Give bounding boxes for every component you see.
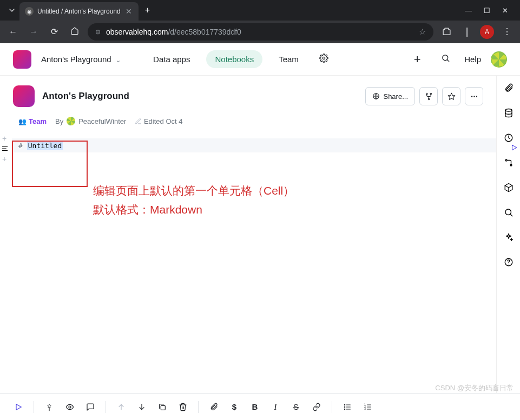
minimize-button[interactable]: — (465, 6, 472, 15)
new-tab-button[interactable]: + (139, 5, 156, 15)
delete-button[interactable] (174, 398, 192, 416)
profile-avatar[interactable]: A (480, 25, 494, 39)
markdown-format-icon[interactable] (1, 145, 9, 155)
bold-button[interactable]: B (246, 398, 264, 416)
share-button[interactable]: Share... (365, 87, 415, 105)
svg-point-36 (344, 406, 345, 407)
author-badge[interactable]: By PeacefulWinter (55, 117, 126, 125)
find-icon[interactable] (504, 208, 514, 219)
duplicate-button[interactable] (154, 398, 171, 416)
svg-point-21 (476, 96, 477, 96)
project-title: Anton's Playground (42, 91, 129, 102)
run-cell-icon[interactable] (510, 144, 518, 154)
extensions-icon[interactable] (439, 27, 454, 36)
nav-team[interactable]: Team (272, 50, 305, 68)
run-button[interactable] (10, 398, 27, 416)
edited-info: Edited Oct 4 (135, 117, 182, 125)
team-badge[interactable]: 👥Team (18, 117, 47, 125)
browser-menu-icon[interactable]: ⋮ (499, 26, 515, 37)
tab-title: Untitled / Anton's Playground (37, 8, 121, 15)
home-button[interactable] (67, 26, 82, 37)
help-icon[interactable] (504, 257, 514, 269)
project-logo (13, 85, 35, 107)
workspace-logo (13, 50, 31, 69)
svg-line-9 (510, 214, 512, 216)
address-bar[interactable]: ⊖ observablehq.com/d/eec58b017739ddf0 ☆ (88, 23, 433, 41)
cell-content[interactable]: # Untitled (12, 142, 69, 150)
search-icon[interactable] (436, 54, 455, 65)
close-tab-icon[interactable]: ✕ (124, 7, 133, 16)
strikethrough-button[interactable]: S (287, 398, 305, 416)
workspace-switcher[interactable]: Anton's Playground ⌄ (41, 55, 121, 64)
bookmark-icon[interactable]: ☆ (419, 27, 426, 37)
more-button[interactable] (465, 87, 483, 105)
move-down-button[interactable] (133, 398, 150, 416)
move-up-button[interactable] (113, 398, 130, 416)
comment-button[interactable] (82, 398, 99, 416)
nav-data-apps[interactable]: Data apps (147, 50, 196, 68)
add-cell-above-icon[interactable]: + (2, 134, 6, 143)
svg-marker-18 (448, 93, 455, 99)
svg-point-0 (323, 57, 325, 59)
history-icon[interactable] (504, 133, 514, 145)
svg-point-37 (344, 409, 345, 409)
user-avatar[interactable] (491, 51, 507, 68)
svg-point-20 (473, 96, 474, 96)
nav-notebooks[interactable]: Notebooks (206, 50, 262, 68)
annotation-text: 编辑页面上默认的第一个单元格（Cell） 默认格式：Markdown (93, 182, 294, 219)
tab-search-dropdown[interactable] (4, 3, 19, 18)
fork-button[interactable] (419, 87, 438, 105)
italic-button[interactable]: I (267, 398, 284, 416)
observable-favicon: ◉ (25, 7, 34, 16)
reload-button[interactable]: ⟳ (47, 26, 62, 37)
svg-text:3: 3 (364, 408, 366, 410)
svg-line-2 (447, 59, 449, 61)
numbered-list-button[interactable]: 123 (359, 398, 377, 416)
close-window-button[interactable]: ✕ (502, 6, 508, 15)
package-icon[interactable] (504, 183, 514, 195)
new-button[interactable]: + (408, 52, 426, 66)
svg-point-19 (471, 96, 472, 96)
pin-button[interactable] (41, 398, 58, 416)
svg-rect-31 (161, 405, 165, 410)
link-button[interactable] (308, 398, 325, 416)
svg-point-3 (505, 109, 512, 112)
forward-button[interactable]: → (26, 27, 41, 37)
browser-tab[interactable]: ◉ Untitled / Anton's Playground ✕ (19, 2, 139, 21)
watermark: CSDN @安冬的码畜日常 (435, 383, 514, 393)
database-icon[interactable] (504, 108, 514, 120)
visibility-button[interactable] (61, 398, 78, 416)
maximize-button[interactable]: ☐ (484, 6, 490, 15)
team-icon: 👥 (18, 118, 27, 125)
svg-point-28 (69, 406, 71, 408)
star-button[interactable] (442, 87, 460, 105)
author-avatar-icon (67, 117, 75, 125)
svg-point-35 (344, 404, 345, 405)
chevron-down-icon: ⌄ (116, 57, 121, 63)
add-cell-below-icon[interactable]: + (2, 155, 6, 163)
site-info-icon[interactable]: ⊖ (95, 28, 101, 36)
bullet-list-button[interactable] (339, 398, 356, 416)
svg-marker-25 (512, 145, 517, 150)
back-button[interactable]: ← (5, 27, 21, 37)
help-link[interactable]: Help (464, 55, 481, 64)
url-text: observablehq.com/d/eec58b017739ddf0 (106, 28, 241, 36)
attach-button[interactable] (205, 398, 222, 416)
variable-button[interactable]: $ (226, 398, 243, 416)
ai-sparkle-icon[interactable] (504, 232, 514, 244)
attachments-icon[interactable] (504, 83, 514, 95)
settings-icon[interactable] (315, 54, 333, 65)
notebook-cell[interactable]: # Untitled (12, 138, 496, 152)
svg-marker-26 (16, 404, 21, 410)
dependencies-icon[interactable] (504, 158, 514, 170)
